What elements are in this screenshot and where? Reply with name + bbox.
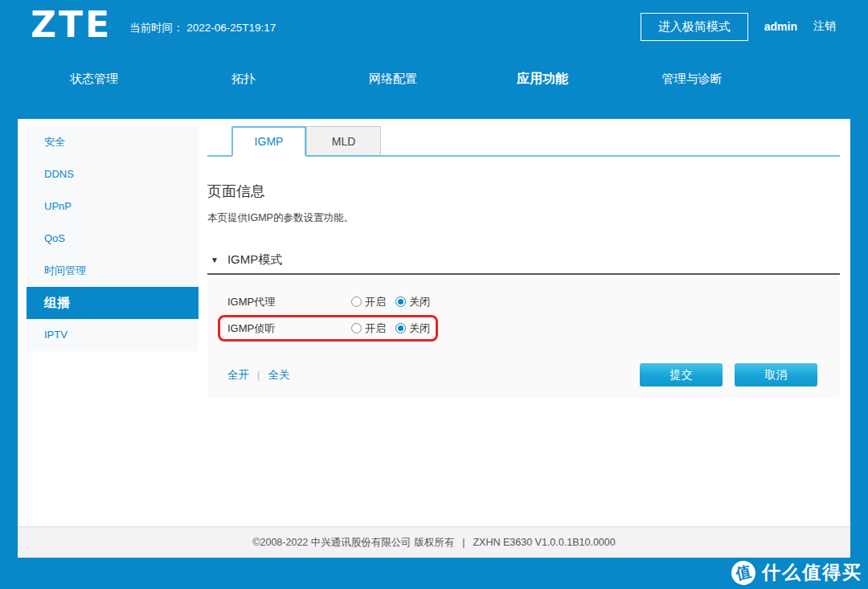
smzdm-watermark: 值 什么值得买: [731, 560, 862, 585]
igmp-proxy-row: IGMP代理 开启 关闭: [207, 288, 840, 315]
sidebar-item-ddns[interactable]: DDNS: [27, 158, 199, 190]
nav-item-topology[interactable]: 拓扑: [169, 72, 318, 87]
header: ZTE 当前时间： 2022-06-25T19:17 进入极简模式 admin …: [0, 0, 868, 50]
tab-mld[interactable]: MLD: [306, 126, 381, 155]
sidebar-panel: 安全 DDNS UPnP QoS 时间管理 组播 IPTV: [27, 126, 199, 351]
footer-version: ZXHN E3630 V1.0.0.1B10.0000: [473, 537, 615, 548]
igmp-snooping-off-option[interactable]: 关闭: [395, 321, 430, 336]
main-content: IGMP MLD 页面信息 本页提供IGMP的参数设置功能。 ▼ IGMP模式 …: [199, 119, 850, 526]
content-card: 安全 DDNS UPnP QoS 时间管理 组播 IPTV IGMP MLD 页…: [18, 119, 850, 558]
submit-button[interactable]: 提交: [640, 363, 723, 387]
sidebar: 安全 DDNS UPnP QoS 时间管理 组播 IPTV: [18, 119, 199, 526]
footer-separator: |: [462, 537, 465, 548]
sidebar-item-qos[interactable]: QoS: [27, 223, 199, 255]
current-time-value: 2022-06-25T19:17: [186, 22, 276, 34]
footer: ©2008-2022 中兴通讯股份有限公司 版权所有 | ZXHN E3630 …: [18, 526, 850, 558]
enter-simple-mode-button[interactable]: 进入极简模式: [641, 13, 748, 41]
igmp-snooping-off-label: 关闭: [409, 321, 430, 336]
smzdm-badge-icon: 值: [729, 558, 758, 587]
igmp-mode-section-header[interactable]: ▼ IGMP模式: [207, 252, 840, 275]
all-on-link[interactable]: 全开: [227, 368, 249, 382]
sidebar-item-multicast[interactable]: 组播: [27, 287, 199, 319]
page-info-description: 本页提供IGMP的参数设置功能。: [207, 211, 840, 225]
current-time-label: 当前时间：: [129, 22, 184, 34]
igmp-mode-form: IGMP代理 开启 关闭 IGMP侦听: [207, 275, 840, 399]
igmp-proxy-on-label: 开启: [365, 295, 386, 309]
all-off-link[interactable]: 全关: [268, 368, 289, 382]
footer-copyright: ©2008-2022 中兴通讯股份有限公司 版权所有: [252, 536, 454, 550]
igmp-proxy-off-option[interactable]: 关闭: [395, 295, 430, 309]
nav-item-management-diagnosis[interactable]: 管理与诊断: [617, 72, 767, 87]
annotation-highlight-box: IGMP侦听 开启 关闭: [218, 315, 438, 342]
section-title: IGMP模式: [227, 252, 282, 268]
header-right: 进入极简模式 admin 注销: [641, 13, 836, 41]
igmp-proxy-radio-group: 开启 关闭: [351, 295, 430, 309]
nav-item-status[interactable]: 状态管理: [19, 72, 169, 87]
igmp-proxy-label: IGMP代理: [227, 295, 351, 309]
main-nav: 状态管理 拓扑 网络配置 应用功能 管理与诊断: [0, 50, 868, 119]
smzdm-watermark-text: 什么值得买: [762, 560, 862, 585]
radio-selected-icon[interactable]: [395, 323, 406, 333]
igmp-snooping-label: IGMP侦听: [227, 321, 351, 336]
tab-igmp[interactable]: IGMP: [231, 126, 306, 157]
bulk-links: 全开 | 全关: [227, 368, 289, 382]
sidebar-item-security[interactable]: 安全: [27, 126, 199, 158]
cancel-button[interactable]: 取消: [735, 363, 817, 387]
form-buttons: 提交 取消: [640, 363, 817, 387]
link-separator: |: [257, 369, 260, 381]
igmp-proxy-on-option[interactable]: 开启: [351, 295, 386, 309]
igmp-snooping-on-option[interactable]: 开启: [351, 321, 386, 336]
username-label[interactable]: admin: [764, 20, 797, 33]
current-time: 当前时间： 2022-06-25T19:17: [129, 21, 276, 35]
radio-unselected-icon[interactable]: [351, 297, 362, 307]
zte-logo: ZTE: [31, 0, 112, 50]
igmp-snooping-on-label: 开启: [365, 321, 386, 336]
actions-row: 全开 | 全关 提交 取消: [207, 363, 840, 387]
page-info-title: 页面信息: [207, 182, 840, 201]
nav-item-application[interactable]: 应用功能: [468, 71, 617, 88]
tab-bar: IGMP MLD: [207, 126, 840, 157]
radio-selected-icon[interactable]: [395, 297, 406, 307]
sidebar-item-iptv[interactable]: IPTV: [27, 319, 199, 351]
sidebar-item-upnp[interactable]: UPnP: [27, 190, 199, 223]
sidebar-item-time-management[interactable]: 时间管理: [27, 255, 199, 287]
card-body: 安全 DDNS UPnP QoS 时间管理 组播 IPTV IGMP MLD 页…: [18, 119, 850, 526]
nav-item-network-config[interactable]: 网络配置: [318, 72, 468, 87]
collapse-triangle-icon[interactable]: ▼: [211, 256, 219, 264]
igmp-snooping-radio-group: 开启 关闭: [351, 321, 430, 336]
igmp-proxy-off-label: 关闭: [409, 295, 430, 309]
radio-unselected-icon[interactable]: [351, 323, 362, 333]
logout-link[interactable]: 注销: [813, 19, 836, 34]
